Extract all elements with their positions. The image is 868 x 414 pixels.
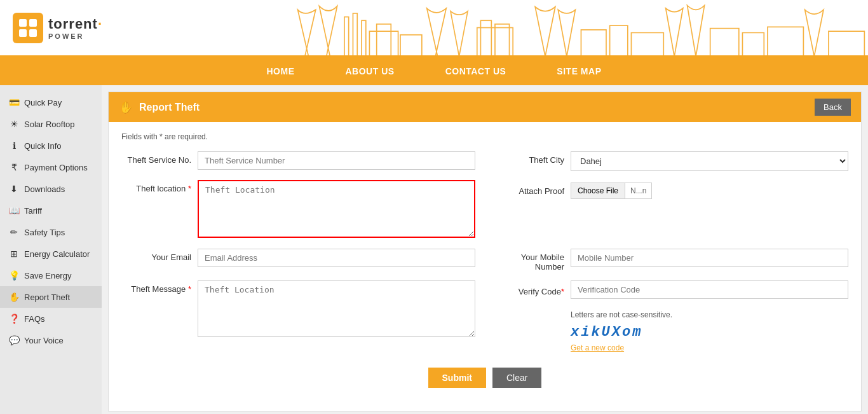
theft-message-col: Theft Message *: [121, 280, 475, 352]
sidebar-label-faqs: FAQs: [24, 314, 45, 324]
theft-location-textarea[interactable]: [198, 180, 475, 238]
sidebar-label-downloads: Downloads: [24, 184, 65, 194]
file-name-display: N...n: [625, 183, 652, 199]
sidebar-item-tariff[interactable]: 📖 Tariff: [0, 200, 102, 221]
sidebar-item-report-theft[interactable]: ✋ Report Theft: [0, 286, 102, 308]
mobile-wrap: [571, 249, 848, 267]
mobile-col: Your Mobile Number: [494, 249, 848, 272]
logo-area: torrent· POWER: [13, 13, 102, 43]
choose-file-button[interactable]: Choose File: [571, 183, 625, 199]
theft-city-label: Theft City: [494, 151, 564, 165]
form-buttons: Submit Clear: [121, 361, 848, 401]
book-icon: 📖: [9, 205, 19, 216]
theft-message-textarea[interactable]: [198, 280, 475, 337]
submit-button[interactable]: Submit: [428, 368, 486, 388]
sidebar-item-safety[interactable]: ✏ Safety Tips: [0, 221, 102, 243]
verify-code-input[interactable]: [571, 280, 848, 299]
verify-col: Verify Code* Letters are not case-sensit…: [494, 280, 848, 352]
nav-sitemap[interactable]: SITE MAP: [531, 57, 627, 85]
email-label: Your Email: [121, 249, 191, 262]
content-header: ✋ Report Theft Back: [109, 92, 861, 122]
nav-home[interactable]: HOME: [241, 57, 320, 85]
form-row-1: Theft Service No. Theft City Dahej Ahmed…: [121, 151, 848, 171]
required-note: Fields with * are required.: [121, 132, 848, 141]
theft-location-col: Theft location *: [121, 180, 475, 240]
sidebar-label-energy-calc: Energy Calculator: [24, 249, 90, 259]
main-layout: 💳 Quick Pay ☀ Solar Rooftop ℹ Quick Info…: [0, 85, 868, 414]
attach-proof-wrap: Choose File N...n: [571, 183, 848, 199]
sidebar-label-safety: Safety Tips: [24, 228, 65, 237]
sidebar-item-quick-pay[interactable]: 💳 Quick Pay: [0, 92, 102, 113]
nav: HOME ABOUT US CONTACT US SITE MAP: [0, 57, 868, 85]
clear-button[interactable]: Clear: [492, 368, 541, 388]
theft-city-select[interactable]: Dahej Ahmedabad Surat Vadodara: [571, 151, 848, 171]
theft-service-wrap: [198, 151, 475, 170]
theft-service-label: Theft Service No.: [121, 151, 191, 165]
theft-message-wrap: [198, 280, 475, 339]
header: torrent· POWER: [0, 0, 868, 57]
verify-wrap: [571, 280, 848, 299]
pencil-icon: ✏: [9, 227, 19, 237]
theft-service-col: Theft Service No.: [121, 151, 475, 171]
info-icon: ℹ: [9, 141, 19, 151]
solar-icon: ☀: [9, 119, 19, 129]
sidebar-label-quick-info: Quick Info: [24, 141, 62, 151]
sidebar-label-your-voice: Your Voice: [24, 336, 64, 345]
hand-icon: ✋: [9, 292, 19, 302]
rupee-icon: ₹: [9, 162, 19, 172]
logo-icon: [13, 13, 43, 43]
form-row-2: Theft location * Attach Proof Choose Fil…: [121, 180, 848, 240]
logo-sub: POWER: [48, 32, 102, 40]
nav-about[interactable]: ABOUT US: [320, 57, 420, 85]
download-icon: ⬇: [9, 184, 19, 194]
email-input[interactable]: [198, 249, 475, 267]
captcha-area: Letters are not case-sensitive. xikUXom …: [571, 310, 672, 352]
mobile-input[interactable]: [571, 249, 848, 267]
sidebar-label-tariff: Tariff: [24, 206, 42, 216]
logo-text: torrent· POWER: [48, 16, 102, 40]
sidebar-item-quick-info[interactable]: ℹ Quick Info: [0, 135, 102, 156]
header-image: [222, 0, 868, 55]
bulb-icon: 💡: [9, 270, 19, 280]
sidebar-item-faqs[interactable]: ❓ FAQs: [0, 308, 102, 329]
mobile-label: Your Mobile Number: [494, 249, 564, 272]
sidebar-item-solar[interactable]: ☀ Solar Rooftop: [0, 113, 102, 135]
sidebar-item-downloads[interactable]: ⬇ Downloads: [0, 178, 102, 200]
theft-city-col: Theft City Dahej Ahmedabad Surat Vadodar…: [494, 151, 848, 171]
logo-brand: torrent·: [48, 16, 102, 32]
nav-contact[interactable]: CONTACT US: [420, 57, 532, 85]
attach-proof-col: Attach Proof Choose File N...n: [494, 180, 848, 240]
captcha-note: Letters are not case-sensitive.: [571, 310, 672, 319]
form-row-4: Theft Message * Verify Code*: [121, 280, 848, 352]
theft-location-wrap: [198, 180, 475, 240]
form-row-3: Your Email Your Mobile Number: [121, 249, 848, 272]
sidebar-item-your-voice[interactable]: 💬 Your Voice: [0, 329, 102, 351]
chat-icon: 💬: [9, 335, 19, 345]
report-theft-icon: ✋: [119, 100, 133, 114]
back-button[interactable]: Back: [815, 99, 851, 116]
credit-card-icon: 💳: [9, 97, 19, 107]
svg-rect-3: [29, 29, 37, 37]
sidebar-label-solar: Solar Rooftop: [24, 120, 75, 129]
sidebar-label-save-energy: Save Energy: [24, 271, 71, 280]
theft-city-wrap: Dahej Ahmedabad Surat Vadodara: [571, 151, 848, 171]
file-input-wrap: Choose File N...n: [571, 183, 848, 199]
sidebar-item-payment[interactable]: ₹ Payment Options: [0, 156, 102, 178]
sidebar: 💳 Quick Pay ☀ Solar Rooftop ℹ Quick Info…: [0, 85, 102, 414]
sidebar-label-report-theft: Report Theft: [24, 293, 70, 302]
form-title: Report Theft: [139, 102, 200, 113]
theft-service-input[interactable]: [198, 151, 475, 170]
svg-rect-2: [19, 29, 27, 37]
email-col: Your Email: [121, 249, 475, 272]
email-wrap: [198, 249, 475, 267]
required-star-location: *: [188, 184, 191, 193]
svg-rect-0: [19, 19, 27, 27]
verify-code-label: Verify Code*: [494, 283, 564, 296]
form-area: Fields with * are required. Theft Servic…: [109, 122, 861, 411]
new-code-link[interactable]: Get a new code: [571, 343, 624, 352]
grid-icon: ⊞: [9, 249, 19, 259]
sidebar-label-payment: Payment Options: [24, 163, 88, 172]
content-header-title: ✋ Report Theft: [119, 100, 200, 114]
sidebar-item-save-energy[interactable]: 💡 Save Energy: [0, 265, 102, 286]
sidebar-item-energy-calc[interactable]: ⊞ Energy Calculator: [0, 243, 102, 265]
